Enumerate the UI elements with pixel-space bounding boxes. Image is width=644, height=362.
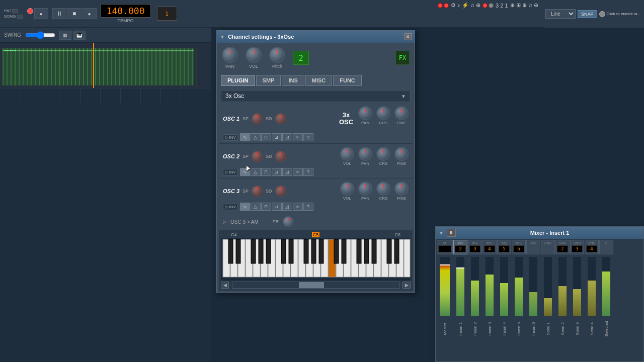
osc2-vol-knob[interactable] xyxy=(340,147,354,161)
osc1-crs-knob[interactable] xyxy=(376,106,390,120)
osc3-wave-sq[interactable]: ⊓ xyxy=(261,203,271,211)
mixer-snd3-fader-track[interactable] xyxy=(573,256,582,316)
mixer-snd2-name[interactable]: Send 2 xyxy=(560,318,565,340)
mixer-insert6-channel[interactable]: INS xyxy=(526,240,540,254)
osc2-crs-knob[interactable] xyxy=(376,147,390,161)
stop-button[interactable]: ■ xyxy=(67,8,82,19)
mixer-insert2-channel[interactable]: INS 3 xyxy=(468,240,482,254)
osc3-wave-tri[interactable]: △ xyxy=(251,203,261,211)
mixer-snd4-fader-track[interactable] xyxy=(587,256,596,316)
mixer-ins6-name[interactable]: Insert 6 xyxy=(531,318,536,340)
piano-scroll-thumb[interactable] xyxy=(299,282,324,288)
swing-slider[interactable] xyxy=(25,31,55,39)
osc2-wave-tri[interactable]: △ xyxy=(251,168,261,176)
osc1-wave-sq[interactable]: ⊓ xyxy=(261,133,271,141)
osc3-sd-knob[interactable] xyxy=(275,186,286,197)
osc1-wave-saw[interactable]: ⊿ xyxy=(272,133,282,141)
osc3-wave-noise[interactable]: ≈ xyxy=(293,203,303,211)
mixer-selected-fader-track[interactable] xyxy=(602,256,611,316)
channel-settings-titlebar[interactable]: ▼ Channel settings - 3xOsc ✕ xyxy=(217,31,415,43)
osc1-wave-custom[interactable]: ? xyxy=(303,133,313,141)
osc3-inv-button[interactable]: ▷ INV xyxy=(223,204,238,210)
osc1-sp-knob[interactable] xyxy=(252,113,263,124)
piano-scroll-left[interactable]: ◀ xyxy=(221,282,229,289)
osc3-wave-custom[interactable]: ? xyxy=(303,203,313,211)
mixer-selected-channel[interactable]: S xyxy=(599,240,613,254)
snap-button[interactable]: SNAP xyxy=(578,10,597,18)
vol-knob[interactable] xyxy=(244,45,263,64)
mixer-ins4-name[interactable]: Insert 4 xyxy=(502,318,507,340)
osc3-sp-knob[interactable] xyxy=(252,186,263,197)
mixer-snd3-channel[interactable]: SND 3 xyxy=(570,240,584,254)
osc2-wave-saw[interactable]: ⊿ xyxy=(272,168,282,176)
line-dropdown[interactable]: Line xyxy=(545,9,576,19)
mixer-ins3-name[interactable]: Insert 3 xyxy=(488,318,492,340)
playlist-content[interactable] xyxy=(0,43,211,103)
mixer-ins1-fader-track[interactable] xyxy=(456,256,465,316)
osc2-fine-knob[interactable] xyxy=(394,147,409,161)
osc2-inv-button[interactable]: ▷ INV xyxy=(223,169,238,175)
piano-view-button[interactable]: 🎹 xyxy=(73,31,86,40)
mixer-selected-name[interactable]: Selected xyxy=(604,318,609,340)
osc2-wave-sq[interactable]: ⊓ xyxy=(261,168,271,176)
osc1-sd-knob[interactable] xyxy=(275,113,286,124)
osc3-crs-knob[interactable] xyxy=(376,182,390,196)
mixer-snd4-name[interactable]: Send 4 xyxy=(590,318,594,340)
enable-hint[interactable]: Click to enable or... xyxy=(607,12,641,16)
mixer-master-fader-handle[interactable] xyxy=(440,264,450,265)
osc3-pan-knob[interactable] xyxy=(358,182,372,196)
mixer-ins4-fader-track[interactable] xyxy=(500,256,509,316)
bar-view-button[interactable]: ▦ xyxy=(59,31,71,40)
osc1-fine-knob[interactable] xyxy=(394,106,409,120)
channel-number-display[interactable]: 2 xyxy=(293,51,309,65)
pan-knob[interactable] xyxy=(222,47,238,63)
fx-display[interactable]: FX xyxy=(395,51,410,65)
mixer-snd1-name[interactable]: Send 1 xyxy=(546,318,550,340)
osc2-pan-knob[interactable] xyxy=(358,147,372,161)
osc1-wave-rsaw[interactable]: ◿ xyxy=(282,133,292,141)
mixer-ins1-name[interactable]: Insert 1 xyxy=(458,318,463,340)
mixer-arrow[interactable]: ▼ xyxy=(439,230,444,236)
piano-keyboard-svg[interactable] xyxy=(222,239,411,280)
mixer-insert4-channel[interactable]: INS 5 xyxy=(497,240,511,254)
mixer-ins1-fader-handle[interactable] xyxy=(456,267,464,268)
record-button[interactable]: ● xyxy=(34,8,48,19)
piano-scroll-right[interactable]: ▶ xyxy=(403,282,411,289)
mixer-snd4-channel[interactable]: SND 4 xyxy=(585,240,599,254)
tempo-display[interactable]: 140.000 xyxy=(101,4,151,18)
pattern-block[interactable] xyxy=(3,48,194,85)
mixer-master-channel[interactable]: M xyxy=(437,240,453,254)
record2-button[interactable]: ● xyxy=(83,8,97,19)
mixer-titlebar[interactable]: ▼ ⏸ Mixer - Insert 1 xyxy=(436,227,643,239)
osc3-vol-knob[interactable] xyxy=(339,180,356,197)
osc1-wave-tri[interactable]: △ xyxy=(251,133,261,141)
osc3-wave-saw[interactable]: ⊿ xyxy=(272,203,282,211)
osc2-wave-rsaw[interactable]: ◿ xyxy=(282,168,292,176)
pitch-knob[interactable] xyxy=(269,47,285,63)
osc1-wave-sine[interactable]: ∿ xyxy=(240,133,250,141)
osc3-fine-knob[interactable] xyxy=(394,182,409,196)
mixer-ins2-name[interactable]: Insert 2 xyxy=(473,318,477,340)
pause-button[interactable]: ⏸ xyxy=(52,8,66,19)
mixer-ins6-fader-track[interactable] xyxy=(529,256,538,316)
mixer-snd3-name[interactable]: Send 3 xyxy=(575,318,580,340)
mixer-insert3-channel[interactable]: INS 4 xyxy=(482,240,497,254)
osc2-sp-knob[interactable] xyxy=(252,151,263,162)
osc3-wave-rsaw[interactable]: ◿ xyxy=(282,203,292,211)
tab-smp[interactable]: SMP xyxy=(256,75,281,86)
am-pr-knob[interactable] xyxy=(283,216,294,227)
mixer-snd1-fader-track[interactable] xyxy=(543,256,552,316)
tab-misc[interactable]: MISC xyxy=(305,75,333,86)
osc2-wave-noise[interactable]: ≈ xyxy=(293,168,303,176)
osc1-wave-noise[interactable]: ≈ xyxy=(293,133,303,141)
mixer-pause-button[interactable]: ⏸ xyxy=(447,229,456,237)
tab-func[interactable]: FUNC xyxy=(333,75,362,86)
osc3-wave-sine[interactable]: ∿ xyxy=(240,203,250,211)
mixer-ins3-fader-track[interactable] xyxy=(485,256,494,316)
plugin-dropdown[interactable]: 3x Osc ▼ xyxy=(221,90,411,102)
piano-scrollbar[interactable] xyxy=(232,282,399,289)
mixer-insert5-channel[interactable]: INS 6 xyxy=(512,240,526,254)
osc2-wave-custom[interactable]: ? xyxy=(303,168,313,176)
mixer-master-name[interactable]: Master xyxy=(443,318,447,340)
osc1-inv-button[interactable]: ▷ INV xyxy=(223,134,238,141)
